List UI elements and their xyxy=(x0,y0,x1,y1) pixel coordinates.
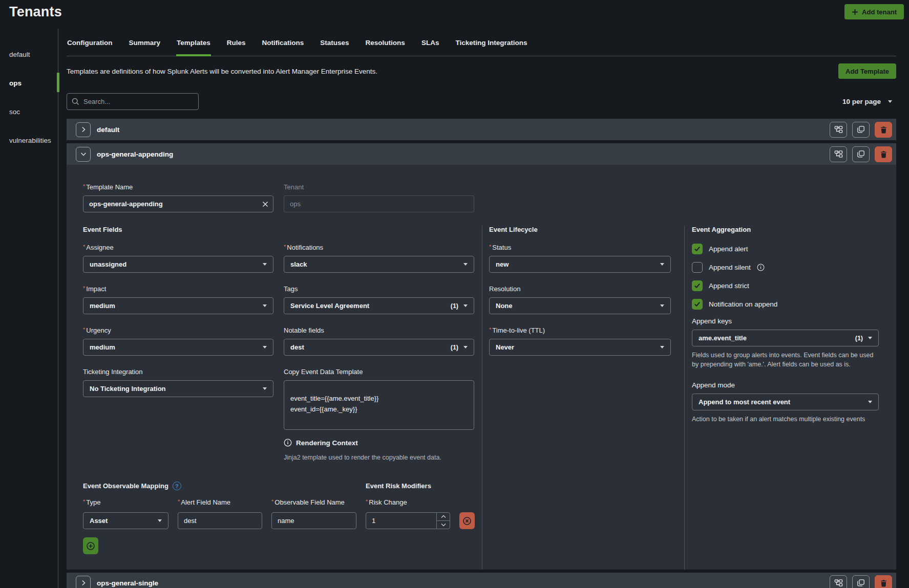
chevron-down-icon xyxy=(263,263,267,266)
tab-resolutions[interactable]: Resolutions xyxy=(365,36,406,56)
tab-summary[interactable]: Summary xyxy=(128,36,161,56)
clone-button[interactable] xyxy=(852,122,870,138)
tab-templates[interactable]: Templates xyxy=(176,36,211,56)
spin-up-button[interactable] xyxy=(437,513,450,521)
hierarchy-button[interactable] xyxy=(830,122,847,138)
hierarchy-button[interactable] xyxy=(830,146,847,162)
tags-select[interactable]: Service Level Agreement (1) xyxy=(284,297,474,314)
chevron-down-icon xyxy=(463,304,468,307)
trash-icon xyxy=(880,579,887,587)
append-silent-checkbox[interactable] xyxy=(692,262,703,273)
sidebar-item-default[interactable]: default xyxy=(0,40,58,69)
search-box xyxy=(67,93,199,110)
impact-label: *Impact xyxy=(83,285,273,293)
delete-button[interactable] xyxy=(875,146,892,162)
add-template-button[interactable]: Add Template xyxy=(838,63,896,79)
expand-button[interactable] xyxy=(76,576,91,588)
chevron-down-icon xyxy=(868,401,872,403)
collapse-button[interactable] xyxy=(76,147,91,162)
selection-count-badge: (1) xyxy=(451,302,458,310)
chevron-down-icon xyxy=(158,519,162,522)
append-mode-select[interactable]: Append to most recent event xyxy=(692,394,879,410)
resolution-label: Resolution xyxy=(489,285,671,293)
urgency-select[interactable]: medium xyxy=(83,339,273,356)
spin-down-button[interactable] xyxy=(437,521,450,529)
close-icon xyxy=(262,201,268,207)
per-page-select[interactable]: 10 per page xyxy=(842,98,896,105)
ticketing-integration-label: Ticketing Integration xyxy=(83,368,273,376)
sidebar-item-vulnerabilities[interactable]: vulnerabilities xyxy=(0,126,58,155)
append-alert-checkbox[interactable] xyxy=(692,244,703,254)
status-select[interactable]: new xyxy=(489,256,671,273)
search-icon xyxy=(72,98,79,105)
per-page-label: 10 per page xyxy=(842,98,881,105)
event-fields-heading: Event Fields xyxy=(83,226,482,233)
append-strict-checkbox[interactable] xyxy=(692,280,703,291)
search-input[interactable] xyxy=(67,93,199,110)
risk-modifiers-heading: Event Risk Modifiers xyxy=(366,482,450,490)
ticketing-integration-select[interactable]: No Ticketing Integration xyxy=(83,380,273,397)
rendering-context-label[interactable]: Rendering Context xyxy=(296,439,358,447)
risk-change-label: *Risk Change xyxy=(366,498,450,506)
main-content: Configuration Summary Templates Rules No… xyxy=(58,29,909,588)
copy-event-data-label: Copy Event Data Template xyxy=(284,368,474,376)
chevron-right-icon xyxy=(80,579,87,586)
chevron-down-icon xyxy=(660,304,664,307)
chevron-down-icon xyxy=(660,346,664,349)
resolution-select[interactable]: None xyxy=(489,297,671,314)
trash-icon xyxy=(880,150,887,158)
notification-on-append-checkbox[interactable] xyxy=(692,299,703,310)
info-icon[interactable] xyxy=(757,264,765,271)
tab-ticketing-integrations[interactable]: Ticketing Integrations xyxy=(455,36,527,56)
type-select[interactable]: Asset xyxy=(83,512,168,529)
clear-template-name-button[interactable] xyxy=(260,199,270,209)
check-icon xyxy=(694,301,701,308)
expand-button[interactable] xyxy=(76,122,91,137)
tab-statuses[interactable]: Statuses xyxy=(320,36,349,56)
tab-rules[interactable]: Rules xyxy=(226,36,246,56)
copy-event-data-textarea[interactable]: event_title={{ame.event_title}} event_id… xyxy=(284,380,474,430)
help-icon[interactable]: ? xyxy=(173,482,181,490)
event-lifecycle-heading: Event Lifecycle xyxy=(489,226,671,233)
tenant-label: Tenant xyxy=(284,183,474,191)
hierarchy-button[interactable] xyxy=(830,575,847,588)
chevron-right-icon xyxy=(80,126,87,133)
hierarchy-icon xyxy=(834,150,843,159)
add-mapping-button[interactable] xyxy=(83,537,98,554)
copy-icon xyxy=(857,150,865,158)
alert-field-name-input[interactable] xyxy=(178,512,262,529)
selection-count-badge: (1) xyxy=(855,335,863,342)
selection-count-badge: (1) xyxy=(451,344,458,351)
impact-select[interactable]: medium xyxy=(83,297,273,314)
info-icon xyxy=(284,439,292,447)
assignee-select[interactable]: unassigned xyxy=(83,256,273,273)
sidebar-item-ops[interactable]: ops xyxy=(0,69,58,97)
template-row-expanded: ops-general-appending xyxy=(67,143,896,570)
chevron-down-icon xyxy=(463,263,468,266)
chevron-down-icon xyxy=(80,150,87,158)
chevron-up-icon xyxy=(441,515,446,518)
append-keys-help: Fields used to group alerts into events.… xyxy=(692,351,879,369)
observable-field-name-input[interactable] xyxy=(271,512,356,529)
ttl-select[interactable]: Never xyxy=(489,339,671,356)
delete-button[interactable] xyxy=(875,575,892,588)
hierarchy-icon xyxy=(834,125,843,134)
remove-mapping-button[interactable] xyxy=(459,512,475,529)
sidebar-item-soc[interactable]: soc xyxy=(0,97,58,126)
template-name-input[interactable] xyxy=(83,195,273,212)
append-keys-select[interactable]: ame.event_title (1) xyxy=(692,330,879,346)
template-edit-form: *Template Name Tenant xyxy=(67,165,896,570)
tenant-input xyxy=(284,195,474,212)
copy-icon xyxy=(857,579,865,587)
tab-configuration[interactable]: Configuration xyxy=(67,36,113,56)
notable-fields-select[interactable]: dest (1) xyxy=(284,339,474,356)
tab-slas[interactable]: SLAs xyxy=(421,36,440,56)
add-tenant-button[interactable]: Add tenant xyxy=(844,4,904,19)
clone-button[interactable] xyxy=(852,575,870,588)
trash-icon xyxy=(880,126,887,134)
delete-button[interactable] xyxy=(875,122,892,138)
tab-notifications[interactable]: Notifications xyxy=(262,36,305,56)
notifications-select[interactable]: slack xyxy=(284,256,474,273)
clone-button[interactable] xyxy=(852,146,870,162)
append-silent-label: Append silent xyxy=(709,264,751,271)
